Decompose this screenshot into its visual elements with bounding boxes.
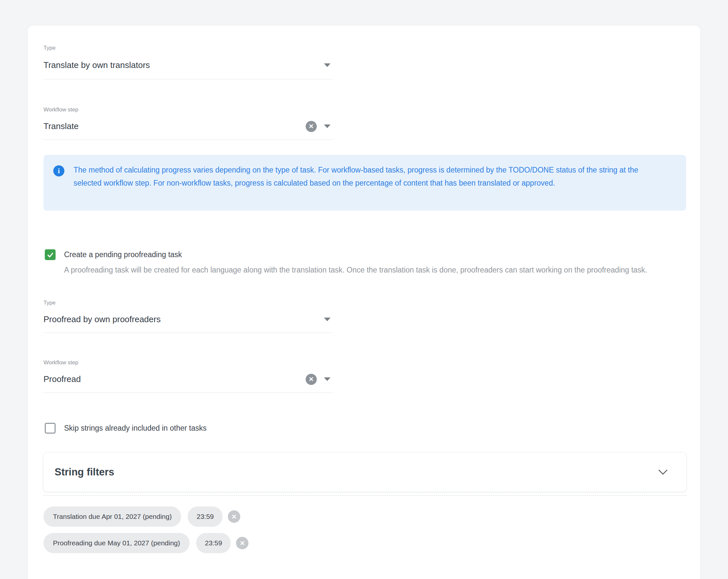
proofreading-type-label: Type [44,300,333,306]
create-proofreading-checkbox-row[interactable]: Create a pending proofreading task [45,249,182,260]
close-icon: ✕ [240,540,245,547]
create-proofreading-description: A proofreading task will be created for … [64,263,682,277]
translation-workflow-label: Workflow step [44,107,333,113]
dropdown-caret-icon[interactable] [324,377,331,381]
checkbox-unchecked-icon[interactable] [45,423,56,434]
skip-strings-label: Skip strings already included in other t… [64,423,207,434]
remove-deadline-button[interactable]: ✕ [236,537,249,549]
proofreading-type-field: Type Proofread by own proofreaders [44,300,333,333]
divider [44,495,686,496]
task-form-card: Type Translate by own translators Workfl… [27,26,701,579]
translation-workflow-value: Translate [44,121,306,131]
string-filters-expander[interactable]: String filters [44,452,686,492]
clear-workflow-button[interactable]: ✕ [306,121,317,132]
proofreading-workflow-field: Workflow step Proofread ✕ [44,359,333,393]
proofreading-workflow-value: Proofread [44,374,306,384]
deadline-chip-list: Translation due Apr 01, 2027 (pending) 2… [44,506,249,553]
dropdown-caret-icon[interactable] [324,63,331,67]
translation-type-select[interactable]: Translate by own translators [44,51,333,79]
deadline-chip-row: Translation due Apr 01, 2027 (pending) 2… [44,506,249,527]
string-filters-title: String filters [55,466,658,478]
close-icon: ✕ [309,123,314,129]
translation-workflow-select[interactable]: Translate ✕ [44,113,333,140]
deadline-chip-row: Proofreading due May 01, 2027 (pending) … [44,533,249,553]
progress-info-text: The method of calculating progress varie… [74,163,662,211]
close-icon: ✕ [231,513,237,521]
dropdown-caret-icon[interactable] [324,318,331,321]
create-proofreading-label: Create a pending proofreading task [64,249,182,260]
proofreading-workflow-label: Workflow step [44,359,333,366]
remove-deadline-button[interactable]: ✕ [228,511,240,523]
translation-workflow-field: Workflow step Translate ✕ [44,107,333,140]
chevron-down-icon[interactable] [658,469,668,475]
translation-type-field: Type Translate by own translators [44,45,333,79]
dropdown-caret-icon[interactable] [324,125,331,128]
proofreading-workflow-select[interactable]: Proofread ✕ [44,366,333,393]
close-icon: ✕ [309,376,314,382]
checkmark-icon [47,251,54,258]
translation-type-value: Translate by own translators [44,60,317,70]
translation-deadline-time-chip[interactable]: 23:59 [188,506,223,527]
clear-workflow-button[interactable]: ✕ [306,374,317,385]
translation-deadline-chip[interactable]: Translation due Apr 01, 2027 (pending) [44,506,181,527]
proofreading-deadline-time-chip[interactable]: 23:59 [196,533,231,553]
proofreading-type-select[interactable]: Proofread by own proofreaders [44,306,333,333]
translation-type-label: Type [44,45,333,51]
proofreading-deadline-chip[interactable]: Proofreading due May 01, 2027 (pending) [44,533,190,553]
info-icon: i [53,165,64,176]
proofreading-type-value: Proofread by own proofreaders [44,314,317,325]
checkbox-checked-icon[interactable] [45,249,56,260]
progress-info-note: i The method of calculating progress var… [44,155,686,211]
skip-strings-checkbox-row[interactable]: Skip strings already included in other t… [45,423,207,434]
